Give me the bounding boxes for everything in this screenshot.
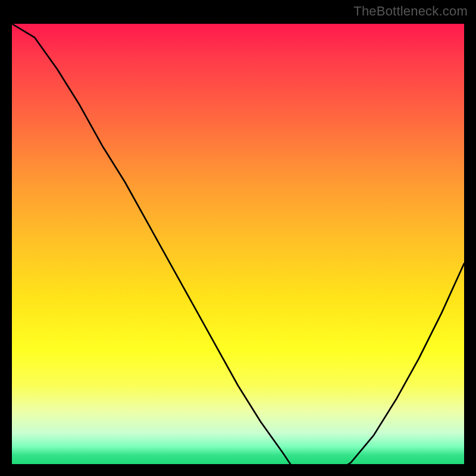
chart-stage: TheBottleneck.com	[0, 0, 476, 476]
watermark-text: TheBottleneck.com	[353, 4, 468, 19]
bottleneck-curve	[12, 24, 464, 464]
curve-layer	[12, 24, 464, 464]
plot-area	[12, 24, 464, 464]
